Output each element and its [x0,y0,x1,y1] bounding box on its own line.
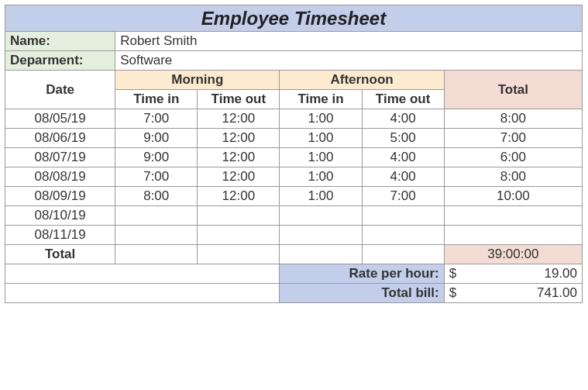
cell-m-out: 12:00 [198,109,280,129]
cell-a-in: 1:00 [280,167,362,187]
cell-a-out [362,226,444,245]
cell-date: 08/10/19 [5,206,115,226]
department-label: Deparment: [5,51,115,71]
cell-m-out [198,226,280,245]
cell-total: 6:00 [444,148,582,167]
header-total: Total [444,71,582,109]
table-row: 08/08/19 7:00 12:00 1:00 4:00 8:00 [5,167,583,187]
cell-m-in: 9:00 [115,129,198,148]
cell-a-in: 1:00 [280,129,362,148]
empty-cell [362,245,444,264]
footer-total-hours: 39:00:00 [444,245,582,264]
header-morning: Morning [115,71,280,90]
table-row: 08/10/19 [5,206,583,226]
empty-cell [5,284,280,303]
header-afternoon-out: Time out [362,90,444,109]
cell-a-out: 4:00 [362,109,444,129]
cell-total: 8:00 [444,167,582,187]
rate-label: Rate per hour: [280,264,444,284]
cell-date: 08/08/19 [5,167,115,187]
cell-a-in [280,206,362,226]
cell-date: 08/07/19 [5,148,115,167]
header-afternoon: Afternoon [280,71,444,90]
header-morning-in: Time in [115,90,198,109]
empty-cell [115,245,198,264]
cell-a-out: 4:00 [362,148,444,167]
cell-m-in: 8:00 [115,187,198,206]
cell-m-out: 12:00 [198,167,280,187]
cell-date: 08/05/19 [5,109,115,129]
bill-amount: 741.00 [537,285,577,300]
cell-m-out: 12:00 [198,129,280,148]
header-afternoon-in: Time in [280,90,362,109]
rate-value: $ 19.00 [444,264,582,284]
empty-cell [5,264,280,284]
cell-m-out [198,206,280,226]
bill-value: $ 741.00 [444,284,582,303]
cell-a-out [362,206,444,226]
timesheet-table: Employee Timesheet Name: Robert Smith De… [5,5,583,303]
cell-total: 10:00 [444,187,582,206]
cell-m-in: 7:00 [115,167,198,187]
table-row: 08/05/19 7:00 12:00 1:00 4:00 8:00 [5,109,583,129]
cell-date: 08/11/19 [5,226,115,245]
cell-a-out: 4:00 [362,167,444,187]
table-row: 08/09/19 8:00 12:00 1:00 7:00 10:00 [5,187,583,206]
sheet-title: Employee Timesheet [5,5,583,32]
currency-symbol: $ [449,266,456,281]
name-value: Robert Smith [115,32,583,51]
empty-cell [198,245,280,264]
cell-m-in: 7:00 [115,109,198,129]
cell-a-in [280,226,362,245]
cell-date: 08/06/19 [5,129,115,148]
bill-label: Total bill: [280,284,444,303]
table-row: 08/06/19 9:00 12:00 1:00 5:00 7:00 [5,129,583,148]
cell-m-in: 9:00 [115,148,198,167]
cell-a-in: 1:00 [280,187,362,206]
currency-symbol: $ [449,285,456,301]
cell-date: 08/09/19 [5,187,115,206]
footer-total-label: Total [5,245,115,264]
cell-a-out: 7:00 [362,187,444,206]
table-row: 08/11/19 [5,226,583,245]
cell-total [444,206,582,226]
cell-total [444,226,582,245]
cell-total: 7:00 [444,129,582,148]
header-morning-out: Time out [198,90,280,109]
cell-m-out: 12:00 [198,148,280,167]
table-row: 08/07/19 9:00 12:00 1:00 4:00 6:00 [5,148,583,167]
department-value: Software [115,51,583,71]
header-date: Date [5,71,115,109]
cell-m-out: 12:00 [198,187,280,206]
cell-m-in [115,226,198,245]
cell-a-out: 5:00 [362,129,444,148]
empty-cell [280,245,362,264]
cell-a-in: 1:00 [280,109,362,129]
rate-amount: 19.00 [544,266,577,281]
cell-total: 8:00 [444,109,582,129]
cell-m-in [115,206,198,226]
cell-a-in: 1:00 [280,148,362,167]
name-label: Name: [5,32,115,51]
